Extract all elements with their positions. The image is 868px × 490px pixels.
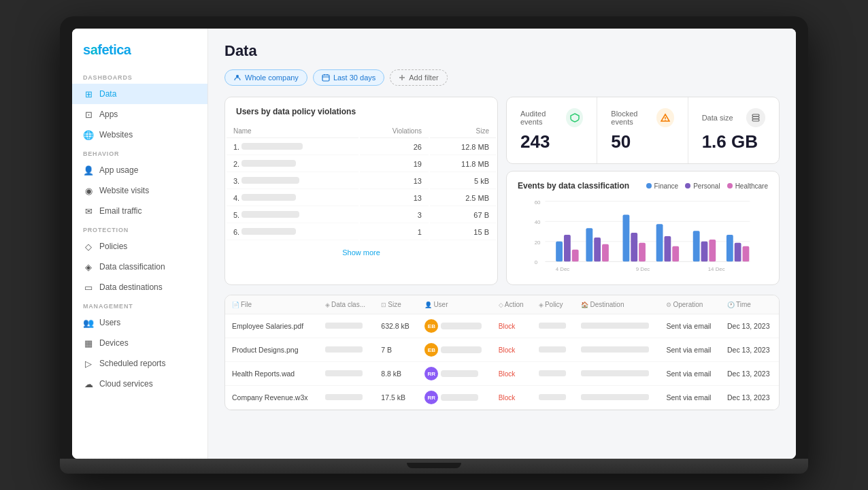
file-time: Dec 13, 2023 — [720, 314, 779, 338]
audited-stat: Audited events 243 — [507, 97, 597, 163]
file-size: 632.8 kB — [374, 314, 418, 338]
filter-bar: Whole company Last 30 days Add filter — [224, 69, 780, 86]
svg-rect-33 — [693, 231, 700, 261]
file-size: 17.5 kB — [374, 386, 418, 410]
users-icon: 👥 — [83, 317, 94, 328]
file-size: 8.8 kB — [374, 362, 418, 386]
data-class-icon: ◈ — [83, 261, 94, 272]
svg-point-9 — [665, 120, 665, 120]
svg-rect-1 — [322, 75, 329, 81]
company-filter-button[interactable]: Whole company — [224, 69, 307, 86]
sidebar-item-app-usage[interactable]: 👤 App usage — [72, 160, 207, 180]
violations-row: 6. 1 15 B — [227, 225, 496, 240]
file-data-class — [318, 386, 374, 410]
dashboards-section-label: DASHBOARDS — [72, 69, 207, 84]
svg-rect-29 — [639, 243, 646, 262]
management-section-label: MANAGEMENT — [72, 297, 207, 312]
file-user: EB — [418, 314, 491, 338]
svg-rect-31 — [664, 236, 671, 261]
sidebar-item-devices[interactable]: ▦ Devices — [72, 333, 207, 353]
th-data-class: ◈Data clas... — [318, 295, 374, 314]
file-destination — [574, 386, 659, 410]
violations-name-cell: 5. — [227, 208, 358, 223]
th-operation: ⚙Operation — [659, 295, 720, 314]
file-operation: Sent via email — [659, 386, 720, 410]
svg-rect-23 — [572, 250, 579, 262]
file-action: Block — [492, 338, 532, 362]
file-data-class — [318, 314, 374, 338]
file-policy — [532, 338, 575, 362]
legend-healthcare: Healthcare — [727, 182, 768, 190]
svg-rect-26 — [602, 244, 609, 262]
file-policy — [532, 314, 575, 338]
user-name-blur — [241, 228, 296, 235]
svg-rect-10 — [752, 114, 759, 116]
svg-rect-30 — [656, 224, 663, 261]
file-data-class — [318, 338, 374, 362]
violations-count: 1 — [360, 225, 429, 240]
user-name-blur — [441, 346, 482, 353]
sidebar: safetica DASHBOARDS ⊞ Data ⊡ Apps 🌐 Webs… — [72, 29, 208, 459]
violations-size: 5 kB — [430, 174, 496, 189]
file-user: RR — [418, 386, 491, 410]
sidebar-item-website-visits[interactable]: ◉ Website visits — [72, 180, 207, 201]
chart-card: Events by data classification Finance Pe… — [506, 171, 780, 285]
sidebar-item-data-classification[interactable]: ◈ Data classification — [72, 257, 207, 277]
col-name: Name — [227, 125, 358, 138]
th-policy: ◈Policy — [532, 295, 575, 314]
file-destination — [574, 362, 659, 386]
finance-color — [646, 183, 652, 189]
page-title: Data — [224, 42, 780, 60]
violations-count: 3 — [360, 208, 429, 223]
violations-name-cell: 3. — [227, 174, 358, 189]
calendar-icon — [322, 74, 330, 82]
sidebar-item-scheduled-reports[interactable]: ▷ Scheduled reports — [72, 353, 207, 374]
user-name-blur — [241, 194, 296, 201]
sidebar-item-policies[interactable]: ◇ Policies — [72, 236, 207, 257]
app-usage-icon: 👤 — [83, 165, 94, 176]
apps-icon: ⊡ — [83, 109, 94, 120]
sidebar-item-data[interactable]: ⊞ Data — [72, 84, 207, 104]
col-size: Size — [430, 125, 496, 138]
audited-label: Audited events — [520, 110, 566, 126]
svg-rect-34 — [701, 242, 708, 262]
websites-icon: 🌐 — [83, 129, 94, 140]
file-time: Dec 13, 2023 — [720, 386, 779, 410]
sidebar-item-apps[interactable]: ⊡ Apps — [72, 104, 207, 125]
th-action: ◇Action — [492, 295, 532, 314]
user-name-blur — [441, 370, 478, 377]
file-action: Block — [492, 362, 532, 386]
legend-personal: Personal — [685, 182, 720, 190]
file-destination — [574, 338, 659, 362]
show-more-button[interactable]: Show more — [225, 242, 497, 263]
svg-rect-21 — [556, 242, 563, 262]
violations-row: 3. 13 5 kB — [227, 174, 496, 189]
sidebar-item-data-destinations[interactable]: ▭ Data destinations — [72, 277, 207, 297]
add-filter-button[interactable]: Add filter — [390, 69, 447, 86]
svg-rect-35 — [709, 240, 716, 261]
svg-rect-11 — [752, 117, 759, 119]
file-time: Dec 13, 2023 — [720, 338, 779, 362]
cloud-icon: ☁ — [83, 378, 94, 389]
period-filter-button[interactable]: Last 30 days — [313, 69, 384, 86]
user-name-blur — [241, 211, 299, 218]
violations-size: 11.8 MB — [430, 157, 496, 172]
plus-icon — [399, 74, 405, 81]
user-name-blur — [241, 177, 299, 184]
file-policy — [532, 386, 575, 410]
th-file: 📄File — [225, 295, 318, 314]
violations-row: 2. 19 11.8 MB — [227, 157, 496, 172]
policies-icon: ◇ — [83, 241, 94, 252]
col-violations: Violations — [360, 125, 429, 138]
file-table-row: Health Reports.wad 8.8 kB RR Block Sent … — [225, 362, 779, 386]
file-operation: Sent via email — [659, 314, 720, 338]
sidebar-item-websites[interactable]: 🌐 Websites — [72, 125, 207, 145]
violations-count: 26 — [360, 140, 429, 155]
sidebar-item-users[interactable]: 👥 Users — [72, 312, 207, 333]
sidebar-item-email-traffic[interactable]: ✉ Email traffic — [72, 201, 207, 221]
reports-icon: ▷ — [83, 358, 94, 369]
email-icon: ✉ — [83, 206, 94, 216]
file-action: Block — [492, 386, 532, 410]
sidebar-item-cloud-services[interactable]: ☁ Cloud services — [72, 374, 207, 394]
size-stat: Data size 1.6 GB — [688, 97, 779, 163]
